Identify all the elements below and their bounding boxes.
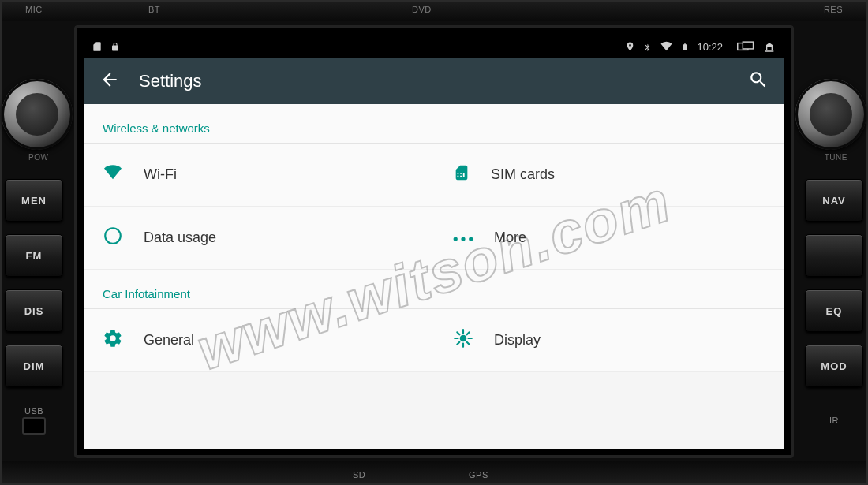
nav-button[interactable]: NAV bbox=[805, 179, 863, 222]
general-item[interactable]: General bbox=[84, 309, 434, 372]
back-arrow-icon[interactable] bbox=[95, 65, 125, 98]
section-wireless-header: Wireless & networks bbox=[84, 104, 784, 144]
android-nav-icon[interactable] bbox=[762, 40, 776, 53]
settings-toolbar: Settings bbox=[84, 58, 784, 104]
display-label: Display bbox=[494, 332, 541, 349]
lock-icon bbox=[110, 41, 120, 53]
power-knob-label: POW bbox=[28, 153, 48, 162]
right-hard-buttons: NAV EQ MOD IR bbox=[805, 179, 863, 425]
recents-icon[interactable] bbox=[737, 41, 754, 52]
usb-label: USB bbox=[5, 406, 63, 416]
display-item[interactable]: Display bbox=[434, 309, 784, 372]
clock: 10:22 bbox=[697, 41, 723, 53]
settings-row: Wi-Fi SIM cards bbox=[84, 144, 784, 207]
dvd-label: DVD bbox=[412, 5, 432, 14]
blank-button[interactable] bbox=[805, 234, 863, 277]
res-label: RES bbox=[824, 5, 843, 14]
fm-button[interactable]: FM bbox=[5, 234, 63, 277]
usb-port bbox=[22, 417, 46, 435]
sim-icon bbox=[453, 162, 470, 187]
wifi-item[interactable]: Wi-Fi bbox=[84, 144, 434, 207]
dim-button[interactable]: DIM bbox=[5, 345, 63, 387]
data-usage-label: Data usage bbox=[144, 229, 216, 246]
battery-icon bbox=[681, 41, 689, 53]
left-hard-buttons: MEN FM DIS DIM USB bbox=[5, 179, 63, 435]
bt-label: BT bbox=[148, 5, 160, 14]
bluetooth-icon bbox=[643, 41, 652, 53]
settings-row: Data usage More bbox=[84, 207, 784, 270]
svg-point-6 bbox=[460, 335, 467, 342]
gps-slot-label: GPS bbox=[469, 470, 488, 479]
wifi-item-label: Wi-Fi bbox=[144, 166, 177, 183]
section-car-header: Car Infotainment bbox=[84, 270, 784, 309]
sim-item-label: SIM cards bbox=[491, 166, 555, 183]
tune-knob[interactable] bbox=[795, 79, 866, 150]
more-item[interactable]: More bbox=[434, 207, 784, 270]
menu-button[interactable]: MEN bbox=[5, 179, 63, 222]
general-label: General bbox=[144, 332, 194, 349]
svg-point-5 bbox=[469, 237, 473, 241]
display-icon bbox=[453, 328, 473, 353]
gear-icon bbox=[103, 328, 123, 353]
wifi-icon bbox=[103, 164, 123, 185]
status-bar: 10:22 bbox=[84, 35, 784, 58]
bottom-strip: SD GPS bbox=[2, 461, 866, 483]
data-usage-item[interactable]: Data usage bbox=[84, 207, 434, 270]
search-icon[interactable] bbox=[743, 65, 773, 98]
settings-row: General Display bbox=[84, 309, 784, 372]
svg-point-2 bbox=[105, 228, 121, 244]
more-label: More bbox=[494, 229, 526, 246]
page-title: Settings bbox=[139, 71, 202, 91]
volume-power-knob[interactable] bbox=[2, 79, 73, 150]
usb-port-block: USB bbox=[5, 400, 63, 435]
tune-knob-label: TUNE bbox=[825, 153, 847, 162]
more-icon bbox=[453, 229, 473, 246]
ir-label: IR bbox=[805, 416, 863, 425]
svg-point-3 bbox=[454, 237, 458, 241]
top-strip: MIC BT DVD RES bbox=[2, 2, 866, 21]
sdcard-icon bbox=[92, 40, 103, 53]
sd-slot-label: SD bbox=[353, 470, 365, 479]
eq-button[interactable]: EQ bbox=[805, 289, 863, 332]
android-screen: 10:22 Settings bbox=[84, 35, 784, 449]
wifi-status-icon bbox=[660, 41, 673, 52]
svg-point-4 bbox=[461, 237, 465, 241]
head-unit-chassis: MIC BT DVD RES POW TUNE MEN FM DIS DIM U… bbox=[0, 0, 868, 485]
settings-list: Wireless & networks Wi-Fi SIM cards bbox=[84, 104, 784, 372]
mod-button[interactable]: MOD bbox=[805, 345, 863, 387]
location-icon bbox=[625, 41, 635, 52]
dis-button[interactable]: DIS bbox=[5, 289, 63, 332]
sim-cards-item[interactable]: SIM cards bbox=[434, 144, 784, 207]
mic-port-label: MIC bbox=[25, 5, 43, 14]
screen-bezel: 10:22 Settings bbox=[74, 25, 794, 458]
svg-rect-1 bbox=[743, 42, 753, 49]
data-usage-icon bbox=[103, 226, 123, 250]
